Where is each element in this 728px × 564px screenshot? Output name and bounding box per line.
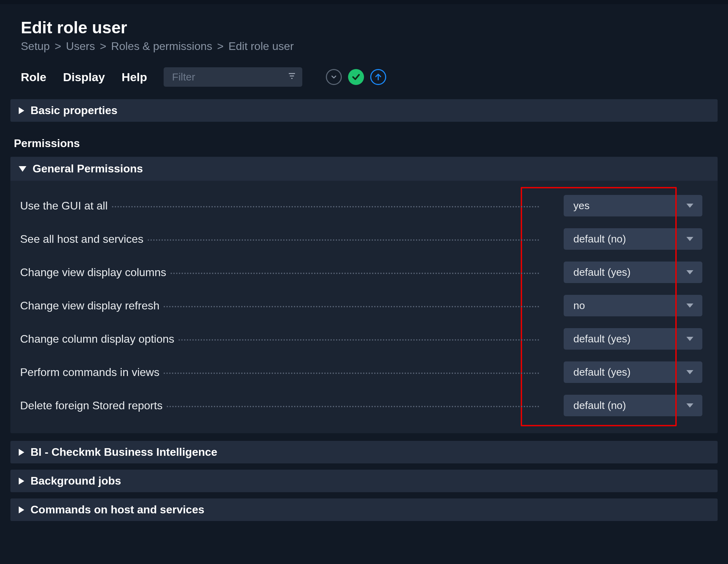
chevron-down-icon [686,204,693,208]
permission-row: Change column display optionsdefault (ye… [20,322,708,356]
filter-icon[interactable] [288,71,296,83]
leader-dots [164,306,539,307]
permission-row: Delete foreign Stored reportsdefault (no… [20,389,708,422]
permission-label: Delete foreign Stored reports [20,399,167,412]
section-commands[interactable]: Commands on host and services [10,498,718,521]
chevron-right-icon [19,506,24,513]
chevron-down-icon [19,166,26,172]
chevron-down-icon [686,403,693,408]
permission-select[interactable]: default (yes) [564,361,702,383]
section-title: Background jobs [31,475,121,487]
window-top-strip [0,0,728,4]
chevron-right-icon [19,449,24,456]
filter-input[interactable] [164,67,302,87]
leader-dots [171,273,539,274]
permission-value: default (no) [573,400,626,411]
permission-label: Change view display columns [20,266,171,279]
leader-dots [148,239,539,241]
confirm-button[interactable] [348,69,364,85]
section-basic-properties[interactable]: Basic properties [10,99,718,122]
breadcrumb-sep: > [55,40,61,53]
leader-dots [112,206,539,207]
permission-value: default (yes) [573,266,631,278]
leader-dots [164,373,539,374]
breadcrumb: Setup > Users > Roles & permissions > Ed… [21,40,707,53]
chevron-right-icon [19,478,24,485]
section-title: General Permissions [33,162,143,175]
breadcrumb-sep: > [100,40,106,53]
breadcrumb-item[interactable]: Roles & permissions [111,40,213,53]
permission-value: yes [573,200,590,212]
breadcrumb-sep: > [217,40,224,53]
chevron-down-icon [686,270,693,274]
section-title: BI - Checkmk Business Intelligence [31,446,217,459]
permission-row: Change view display columnsdefault (yes) [20,256,708,289]
permission-select[interactable]: no [564,295,702,316]
permission-value: no [573,300,585,311]
permission-value: default (yes) [573,333,631,345]
permission-value: default (yes) [573,366,631,378]
permission-label: Change view display refresh [20,299,164,312]
breadcrumb-item: Edit role user [228,40,294,53]
breadcrumb-item[interactable]: Setup [21,40,50,53]
section-title: Commands on host and services [31,503,204,516]
permission-row: See all host and servicesdefault (no) [20,222,708,256]
chevron-down-icon [686,237,693,241]
permission-select[interactable]: default (yes) [564,262,702,283]
permission-label: Change column display options [20,333,179,345]
permission-label: Use the GUI at all [20,199,112,212]
page-title: Edit role user [21,18,707,37]
section-bi[interactable]: BI - Checkmk Business Intelligence [10,441,718,463]
leader-dots [167,406,539,407]
collapse-all-button[interactable] [326,69,342,85]
permission-value: default (no) [573,233,626,245]
section-background-jobs[interactable]: Background jobs [10,470,718,492]
upload-button[interactable] [370,69,386,85]
general-permissions-panel: General Permissions Use the GUI at allye… [10,157,718,433]
permission-row: Perform commands in viewsdefault (yes) [20,356,708,389]
permission-select[interactable]: default (yes) [564,328,702,350]
permission-select[interactable]: default (no) [564,395,702,416]
toolbar: Role Display Help [0,60,728,96]
menu-help[interactable]: Help [122,70,147,84]
permissions-heading: Permissions [10,127,718,157]
section-title: Basic properties [31,104,118,117]
chevron-down-icon [686,370,693,374]
permission-row: Change view display refreshno [20,289,708,322]
permission-row: Use the GUI at allyes [20,189,708,222]
menu-display[interactable]: Display [63,70,105,84]
section-general-permissions[interactable]: General Permissions [10,157,718,181]
breadcrumb-item[interactable]: Users [66,40,95,53]
permission-label: Perform commands in views [20,366,164,379]
chevron-right-icon [19,107,24,114]
chevron-down-icon [686,337,693,341]
menu-role[interactable]: Role [21,70,46,84]
permission-select[interactable]: yes [564,195,702,216]
leader-dots [179,339,539,341]
permission-select[interactable]: default (no) [564,228,702,250]
chevron-down-icon [686,304,693,308]
permission-label: See all host and services [20,233,148,246]
